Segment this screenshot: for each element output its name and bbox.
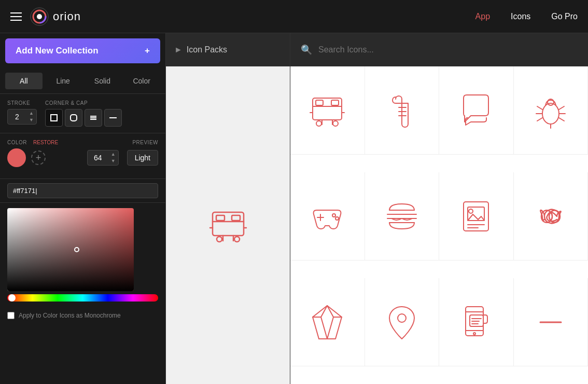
hamburger-menu[interactable] (10, 12, 22, 21)
stroke-input-wrap: 2 ▲ ▼ (7, 109, 37, 125)
corner-btn-round[interactable] (65, 109, 82, 127)
chevron-right-icon: ► (174, 45, 183, 54)
control-row: STROKE 2 ▲ ▼ CORNER & CAP (7, 100, 158, 127)
svg-rect-23 (331, 100, 339, 105)
sidebar: Add New Collection + All Line Solid Colo… (0, 33, 166, 384)
controls-section: STROKE 2 ▲ ▼ CORNER & CAP (0, 94, 165, 133)
nav-app[interactable]: App (475, 12, 490, 21)
corner-buttons (45, 109, 122, 127)
corner-btn-flat[interactable] (85, 109, 102, 127)
svg-line-40 (559, 118, 564, 121)
stroke-group: STROKE 2 ▲ ▼ (7, 100, 37, 127)
icon-cell-infinity[interactable] (514, 172, 589, 260)
light-mode-button[interactable]: Light (127, 150, 158, 166)
preview-value: 64 (88, 150, 108, 165)
svg-point-3 (37, 14, 42, 19)
nav-icons[interactable]: Icons (511, 12, 530, 21)
preview-up[interactable]: ▲ (108, 151, 118, 158)
logo-text: orion (53, 10, 81, 23)
tab-solid[interactable]: Solid (84, 73, 121, 89)
svg-rect-12 (216, 215, 225, 221)
svg-point-57 (398, 314, 406, 322)
svg-point-33 (542, 103, 559, 124)
preview-down[interactable]: ▼ (108, 158, 118, 164)
mono-label: Apply to Color Icons as Monochrome (19, 312, 121, 319)
icon-cell-mobile-chat[interactable] (439, 278, 514, 366)
color-label: COLOR (7, 140, 27, 145)
search-input[interactable] (318, 45, 578, 54)
svg-marker-55 (313, 306, 342, 339)
stroke-down[interactable]: ▼ (26, 117, 36, 124)
logo: orion (30, 7, 81, 26)
logo-icon (30, 7, 49, 26)
svg-point-17 (234, 237, 240, 242)
svg-point-61 (473, 333, 475, 335)
search-icon: 🔍 (301, 44, 312, 56)
svg-point-27 (333, 121, 338, 126)
filter-tabs: All Line Solid Color (0, 68, 165, 94)
corner-btn-butt[interactable] (104, 109, 122, 127)
icon-cell-bug[interactable] (514, 66, 589, 155)
icon-cell-burger[interactable] (365, 172, 440, 260)
color-picker-section (0, 203, 165, 307)
tab-line[interactable]: Line (45, 73, 82, 89)
svg-line-37 (537, 118, 542, 121)
icon-packs-title: Icon Packs (187, 45, 227, 54)
preview-input-wrap: 64 ▲ ▼ (87, 150, 119, 166)
add-icon: + (145, 46, 150, 56)
add-color-button[interactable]: + (31, 150, 46, 165)
svg-rect-4 (51, 115, 57, 121)
icon-packs-section: ► Icon Packs (166, 33, 290, 384)
icon-cell-chat[interactable] (439, 66, 514, 155)
hue-slider-wrap (7, 294, 158, 301)
icon-cell-bus[interactable] (290, 66, 365, 155)
corner-group: CORNER & CAP (45, 100, 122, 127)
svg-line-35 (537, 106, 542, 109)
color-picker-gradient (7, 208, 134, 291)
icon-cell-minus[interactable] (514, 278, 589, 366)
color-circle[interactable] (7, 148, 26, 167)
search-bar: 🔍 (290, 33, 588, 66)
preview-arrows: ▲ ▼ (108, 151, 118, 164)
content-area: 🔍 (290, 33, 588, 384)
svg-point-44 (332, 214, 335, 217)
icon-cell-gamepad[interactable] (290, 172, 365, 260)
stroke-up[interactable]: ▲ (26, 110, 36, 117)
icon-cell-scroll[interactable] (365, 66, 440, 155)
nav-links: App Icons Go Pro (475, 12, 578, 21)
hue-thumb (8, 294, 16, 301)
svg-rect-20 (313, 98, 342, 120)
add-collection-button[interactable]: Add New Collection + (5, 38, 160, 63)
icon-cell-location[interactable] (365, 278, 440, 366)
icon-cell-image-frame[interactable] (439, 172, 514, 260)
mono-checkbox[interactable] (7, 312, 15, 319)
stroke-arrows: ▲ ▼ (26, 110, 36, 124)
tab-color[interactable]: Color (123, 73, 160, 89)
svg-line-38 (559, 106, 564, 109)
icon-preview-area (166, 66, 290, 384)
mono-section: Apply to Color Icons as Monochrome (0, 307, 165, 324)
svg-point-52 (469, 209, 473, 213)
restore-button[interactable]: RESTORE (33, 140, 58, 145)
preview-bus-icon (205, 202, 251, 249)
hex-section (0, 179, 165, 203)
svg-rect-13 (232, 215, 240, 221)
corner-btn-square[interactable] (45, 109, 63, 127)
svg-rect-5 (71, 115, 77, 121)
tab-all[interactable]: All (5, 73, 43, 89)
add-collection-label: Add New Collection (16, 46, 99, 56)
color-section: COLOR RESTORE PREVIEW + 64 ▲ ▼ Light (0, 133, 165, 179)
nav-gopro[interactable]: Go Pro (551, 12, 578, 21)
color-picker-area[interactable] (7, 208, 134, 291)
stroke-value: 2 (8, 109, 26, 124)
color-row: + 64 ▲ ▼ Light (7, 148, 158, 167)
topnav: orion App Icons Go Pro (0, 0, 588, 33)
hex-input[interactable] (7, 183, 158, 198)
corner-label: CORNER & CAP (45, 100, 122, 106)
stroke-label: STROKE (7, 100, 37, 106)
svg-point-26 (316, 121, 321, 126)
preview-label: PREVIEW (132, 140, 158, 145)
hue-slider[interactable] (7, 294, 158, 301)
icon-cell-diamond[interactable] (290, 278, 365, 366)
icon-packs-header[interactable]: ► Icon Packs (166, 33, 290, 66)
